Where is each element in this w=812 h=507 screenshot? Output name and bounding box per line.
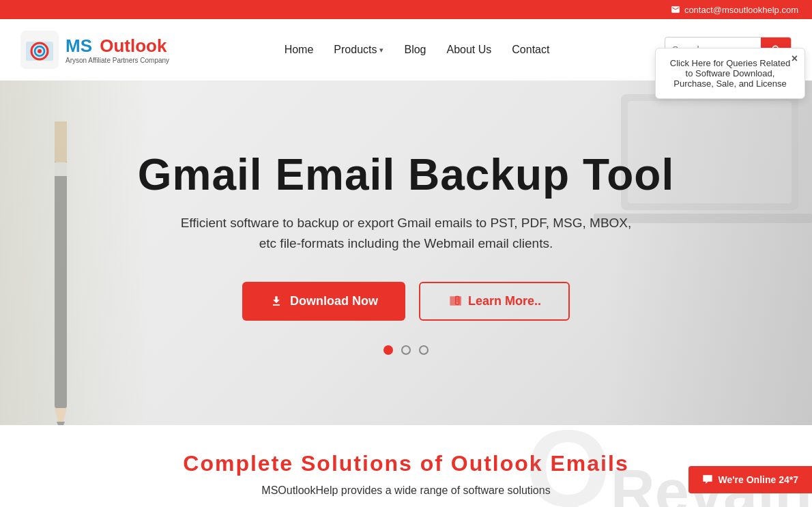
email-address: contact@msoutlookhelp.com <box>684 5 798 15</box>
logo-text: MS Outlook Aryson Affiliate Partners Com… <box>66 35 169 64</box>
top-bar: contact@msoutlookhelp.com <box>0 0 812 19</box>
products-chevron-icon: ▾ <box>379 46 383 55</box>
nav-about[interactable]: About Us <box>447 44 492 56</box>
logo[interactable]: MS Outlook Aryson Affiliate Partners Com… <box>20 31 169 69</box>
dot-3[interactable] <box>419 345 429 355</box>
book-icon <box>448 294 461 308</box>
hero-content: Gmail Email Backup Tool Efficient softwa… <box>124 151 688 354</box>
logo-tagline: Aryson Affiliate Partners Company <box>66 57 169 64</box>
hero-buttons: Download Now Learn More.. <box>138 282 674 321</box>
nav-contact[interactable]: Contact <box>512 44 549 56</box>
main-nav: Home Products ▾ Blog About Us Contact <box>285 44 550 56</box>
hero-title: Gmail Email Backup Tool <box>138 151 674 199</box>
chat-widget[interactable]: We're Online 24*7 <box>688 466 812 493</box>
revain-q-icon: Q <box>525 414 610 507</box>
chat-icon <box>702 474 713 485</box>
nav-blog[interactable]: Blog <box>404 44 426 56</box>
chat-label: We're Online 24*7 <box>719 474 798 485</box>
dot-1[interactable] <box>383 345 393 355</box>
logo-ms: MS Outlook <box>66 35 166 57</box>
top-bar-email-area[interactable]: contact@msoutlookhelp.com <box>671 5 798 15</box>
svg-rect-6 <box>55 121 67 162</box>
learn-more-button[interactable]: Learn More.. <box>419 282 570 321</box>
nav-home[interactable]: Home <box>285 44 314 56</box>
hero-section: Gmail Email Backup Tool Efficient softwa… <box>0 81 812 425</box>
svg-rect-7 <box>55 162 67 176</box>
header: MS Outlook Aryson Affiliate Partners Com… <box>0 19 812 81</box>
download-now-button[interactable]: Download Now <box>242 282 405 321</box>
download-icon <box>270 294 283 308</box>
hero-dots <box>138 345 674 355</box>
email-icon <box>671 5 680 14</box>
nav-products[interactable]: Products ▾ <box>334 44 383 56</box>
svg-point-4 <box>38 49 42 53</box>
pencil-decoration <box>20 121 102 425</box>
tooltip-text: Click Here for Queries Related to Softwa… <box>670 58 790 89</box>
tooltip-popup: × Click Here for Queries Related to Soft… <box>655 48 805 99</box>
tooltip-close-button[interactable]: × <box>792 53 798 65</box>
logo-icon <box>20 31 59 69</box>
dot-2[interactable] <box>401 345 411 355</box>
hero-subtitle: Efficient software to backup or export G… <box>174 213 638 255</box>
